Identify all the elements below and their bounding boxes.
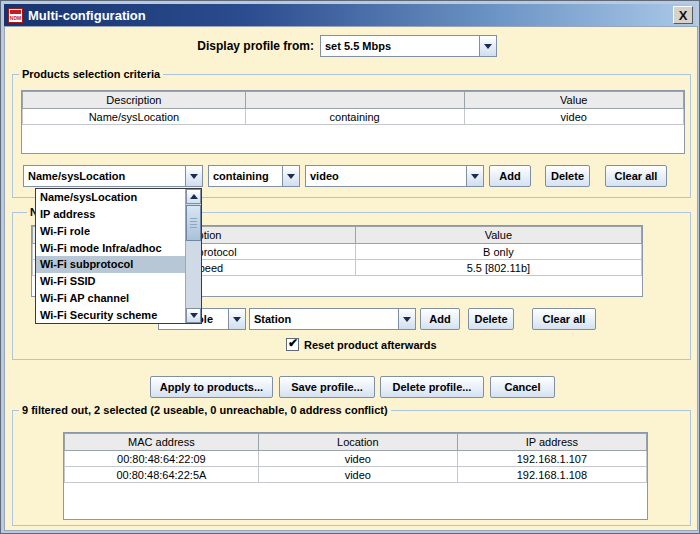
dropdown-item-wifi-mode[interactable]: Wi-Fi mode Infra/adhoc [36, 239, 185, 256]
dropdown-scrollbar[interactable] [185, 189, 201, 323]
field-dropdown-popup: Name/sysLocation IP address Wi-Fi role W… [35, 188, 202, 324]
results-header-location[interactable]: Location [258, 434, 457, 451]
close-button[interactable]: X [673, 6, 693, 24]
criteria-value-value: video [306, 170, 466, 182]
criteria-cell-operator[interactable]: containing [245, 109, 464, 125]
results-cell-location[interactable]: video [258, 467, 457, 483]
criteria-cell-description[interactable]: Name/sysLocation [23, 109, 246, 125]
chevron-down-icon[interactable] [228, 309, 245, 329]
field-dropdown-list: Name/sysLocation IP address Wi-Fi role W… [36, 189, 185, 323]
criteria-cell-value[interactable]: video [464, 109, 683, 125]
criteria-value-combobox[interactable]: video [305, 165, 484, 187]
delete-profile-button[interactable]: Delete profile... [380, 376, 484, 398]
criteria-table-row[interactable]: Name/sysLocation containing video [23, 109, 684, 125]
criteria-header-value[interactable]: Value [464, 92, 683, 109]
results-header-ip[interactable]: IP address [457, 434, 646, 451]
reset-product-label: Reset product afterwards [304, 339, 437, 351]
filter-results-group: 9 filtered out, 2 selected (2 useable, 0… [12, 410, 691, 526]
results-table-row[interactable]: 00:80:48:64:22:5A video 192.168.1.108 [65, 467, 647, 483]
chevron-down-icon[interactable] [398, 309, 415, 329]
checkmark-icon: ✔ [288, 336, 298, 350]
criteria-add-button[interactable]: Add [489, 165, 531, 187]
criteria-header-operator[interactable] [245, 92, 464, 109]
chevron-down-icon[interactable] [466, 166, 483, 186]
criteria-clear-all-button[interactable]: Clear all [605, 165, 667, 187]
results-cell-ip[interactable]: 192.168.1.108 [457, 467, 646, 483]
criteria-field-value: Name/sysLocation [24, 170, 185, 182]
results-cell-location[interactable]: video [258, 451, 457, 467]
scrollbar-thumb[interactable] [186, 205, 201, 241]
configuration-cell-value[interactable]: B only [355, 244, 641, 260]
scroll-down-icon[interactable] [186, 308, 201, 323]
save-profile-button[interactable]: Save profile... [279, 376, 375, 398]
products-selection-criteria-group: Products selection criteria Description … [12, 74, 691, 198]
results-cell-mac[interactable]: 00:80:48:64:22:09 [65, 451, 259, 467]
products-selection-criteria-title: Products selection criteria [19, 68, 163, 80]
config-delete-button[interactable]: Delete [468, 308, 514, 330]
dialog-content: Display profile from: set 5.5 Mbps Produ… [4, 26, 698, 531]
app-icon: NDM [8, 8, 23, 23]
results-header-mac[interactable]: MAC address [65, 434, 259, 451]
criteria-header-description[interactable]: Description [23, 92, 246, 109]
dropdown-item-wifi-role[interactable]: Wi-Fi role [36, 223, 185, 240]
close-icon: X [679, 8, 688, 23]
titlebar[interactable]: NDM Multi-configuration X [4, 4, 696, 26]
cancel-button[interactable]: Cancel [490, 376, 555, 398]
multi-configuration-window: NDM Multi-configuration X Display profil… [0, 0, 700, 534]
results-table: MAC address Location IP address 00:80:48… [64, 433, 647, 483]
scroll-up-icon[interactable] [186, 189, 201, 204]
display-profile-value: set 5.5 Mbps [321, 40, 479, 52]
config-value-value: Station [250, 313, 398, 325]
criteria-field-combobox[interactable]: Name/sysLocation [23, 165, 203, 187]
configuration-cell-value[interactable]: 5.5 [802.11b] [355, 260, 641, 276]
configuration-header-value[interactable]: Value [355, 227, 641, 244]
criteria-table-scrollpane[interactable]: Description Value Name/sysLocation conta… [21, 90, 685, 154]
apply-to-products-button[interactable]: Apply to products... [150, 376, 273, 398]
filter-results-title: 9 filtered out, 2 selected (2 useable, 0… [19, 404, 391, 416]
dropdown-item-ip-address[interactable]: IP address [36, 206, 185, 223]
dropdown-item-wifi-ap-channel[interactable]: Wi-Fi AP channel [36, 290, 185, 307]
results-table-header-row: MAC address Location IP address [65, 434, 647, 451]
config-value-combobox[interactable]: Station [249, 308, 416, 330]
dropdown-item-wifi-security-scheme[interactable]: Wi-Fi Security scheme [36, 306, 185, 323]
dropdown-item-wifi-ssid[interactable]: Wi-Fi SSID [36, 273, 185, 290]
criteria-table-header-row: Description Value [23, 92, 684, 109]
results-table-scrollpane[interactable]: MAC address Location IP address 00:80:48… [63, 432, 648, 520]
criteria-table: Description Value Name/sysLocation conta… [22, 91, 684, 125]
results-cell-ip[interactable]: 192.168.1.107 [457, 451, 646, 467]
reset-product-checkbox-row[interactable]: ✔ Reset product afterwards [286, 338, 437, 351]
criteria-delete-button[interactable]: Delete [545, 165, 590, 187]
config-add-button[interactable]: Add [420, 308, 460, 330]
results-table-row[interactable]: 00:80:48:64:22:09 video 192.168.1.107 [65, 451, 647, 467]
dropdown-item-wifi-subprotocol[interactable]: Wi-Fi subprotocol [36, 256, 185, 273]
chevron-down-icon[interactable] [479, 36, 496, 56]
dropdown-item-name-syslocation[interactable]: Name/sysLocation [36, 189, 185, 206]
results-cell-mac[interactable]: 00:80:48:64:22:5A [65, 467, 259, 483]
criteria-operator-combobox[interactable]: containing [208, 165, 300, 187]
display-profile-combobox[interactable]: set 5.5 Mbps [320, 35, 497, 57]
window-title: Multi-configuration [28, 8, 146, 23]
reset-product-checkbox[interactable]: ✔ [286, 338, 299, 351]
config-clear-all-button[interactable]: Clear all [532, 308, 596, 330]
chevron-down-icon[interactable] [282, 166, 299, 186]
chevron-down-icon[interactable] [185, 166, 202, 186]
display-profile-label: Display profile from: [109, 39, 314, 53]
criteria-operator-value: containing [209, 170, 282, 182]
